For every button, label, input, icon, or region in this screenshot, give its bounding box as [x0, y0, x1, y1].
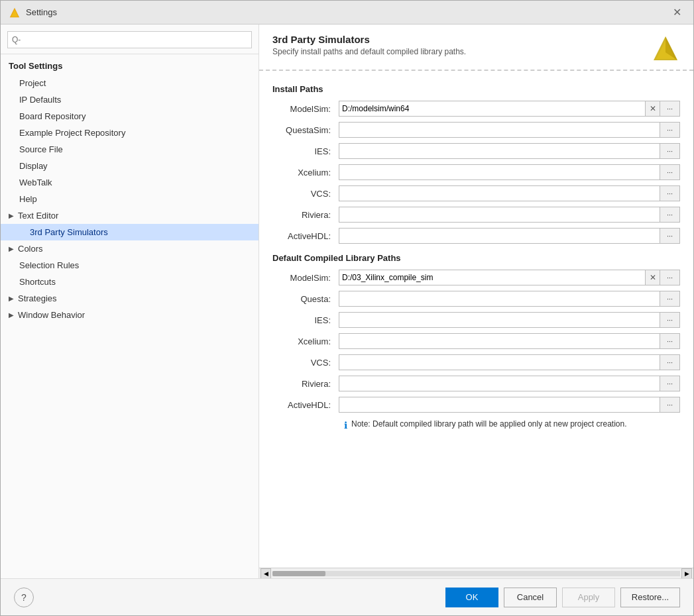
browse-install-xcelium-button[interactable]: ···	[660, 164, 680, 180]
browse-compiled-vcs-button[interactable]: ···	[660, 354, 680, 370]
sidebar-item-selection-rules[interactable]: Selection Rules	[1, 257, 259, 274]
field-row-install-activehdl: ActiveHDL: ···	[272, 228, 680, 244]
sidebar-item-shortcuts[interactable]: Shortcuts	[1, 274, 259, 290]
sidebar-item-label: IP Defaults	[19, 95, 61, 105]
field-label-install-questasim: QuestaSim:	[272, 125, 339, 135]
browse-install-riviera-button[interactable]: ···	[660, 207, 680, 223]
field-label-install-xcelium: Xcelium:	[272, 168, 339, 178]
horizontal-scrollbar[interactable]: ◀ ▶	[259, 568, 693, 578]
field-input-wrap-compiled-modelsim: ✕ ···	[339, 270, 680, 285]
vivado-logo	[651, 34, 680, 63]
app-icon	[9, 7, 21, 19]
field-row-install-modelsim: ModelSim: ✕ ···	[272, 101, 680, 117]
field-label-install-vcs: VCS:	[272, 189, 339, 199]
browse-install-questasim-button[interactable]: ···	[660, 122, 680, 138]
scroll-thumb[interactable]	[272, 571, 325, 576]
sidebar-item-label: Display	[19, 161, 48, 171]
scroll-right-button[interactable]: ▶	[681, 568, 692, 579]
scroll-track[interactable]	[272, 571, 680, 576]
field-row-install-xcelium: Xcelium: ···	[272, 164, 680, 180]
sidebar-item-help[interactable]: Help	[1, 191, 259, 207]
clear-install-modelsim-button[interactable]: ✕	[646, 101, 660, 117]
sidebar-item-label: Shortcuts	[19, 277, 56, 287]
input-compiled-activehdl[interactable]	[339, 397, 660, 413]
field-input-wrap-compiled-xcelium: ···	[339, 333, 680, 349]
note-text: Note: Default compiled library path will…	[351, 419, 627, 429]
panel-body: Install Paths ModelSim: ✕ ··· QuestaSim:	[259, 71, 693, 568]
chevron-right-icon: ▶	[9, 295, 14, 302]
input-compiled-modelsim[interactable]	[339, 270, 646, 285]
input-compiled-riviera[interactable]	[339, 376, 660, 391]
input-compiled-questa[interactable]	[339, 291, 660, 307]
input-compiled-xcelium[interactable]	[339, 333, 660, 349]
browse-compiled-riviera-button[interactable]: ···	[660, 376, 680, 391]
scroll-left-button[interactable]: ◀	[260, 568, 271, 579]
browse-install-vcs-button[interactable]: ···	[660, 185, 680, 201]
field-row-compiled-questa: Questa: ···	[272, 291, 680, 307]
compiled-paths-title: Default Compiled Library Paths	[272, 253, 680, 263]
input-install-xcelium[interactable]	[339, 164, 660, 180]
browse-compiled-xcelium-button[interactable]: ···	[660, 333, 680, 349]
sidebar-item-ip-defaults[interactable]: IP Defaults	[1, 91, 259, 108]
input-install-riviera[interactable]	[339, 207, 660, 223]
sidebar-item-project[interactable]: Project	[1, 75, 259, 91]
apply-button[interactable]: Apply	[562, 588, 615, 607]
sidebar-item-text-editor[interactable]: ▶ Text Editor	[1, 207, 259, 224]
field-input-wrap-compiled-riviera: ···	[339, 376, 680, 391]
field-label-compiled-activehdl: ActiveHDL:	[272, 400, 339, 410]
restore-button[interactable]: Restore...	[620, 588, 680, 607]
browse-compiled-activehdl-button[interactable]: ···	[660, 397, 680, 413]
field-label-compiled-ies: IES:	[272, 315, 339, 325]
sidebar-item-board-repository[interactable]: Board Repository	[1, 108, 259, 125]
chevron-right-icon: ▶	[9, 212, 14, 219]
input-install-questasim[interactable]	[339, 122, 660, 138]
search-box	[1, 25, 259, 54]
field-label-compiled-modelsim: ModelSim:	[272, 273, 339, 283]
field-label-install-activehdl: ActiveHDL:	[272, 231, 339, 241]
field-row-compiled-riviera: Riviera: ···	[272, 376, 680, 391]
browse-compiled-ies-button[interactable]: ···	[660, 312, 680, 328]
field-input-wrap-install-vcs: ···	[339, 185, 680, 201]
browse-install-modelsim-button[interactable]: ···	[660, 101, 680, 117]
sidebar-item-source-file[interactable]: Source File	[1, 141, 259, 158]
sidebar-item-label: Selection Rules	[19, 260, 79, 270]
sidebar-item-label: Help	[19, 194, 37, 204]
sidebar-item-strategies[interactable]: ▶ Strategies	[1, 290, 259, 307]
clear-compiled-modelsim-button[interactable]: ✕	[646, 270, 660, 285]
input-install-activehdl[interactable]	[339, 228, 660, 244]
sidebar-item-colors[interactable]: ▶ Colors	[1, 240, 259, 257]
browse-install-ies-button[interactable]: ···	[660, 143, 680, 159]
sidebar-item-3rd-party-simulators[interactable]: 3rd Party Simulators	[1, 224, 259, 240]
input-compiled-ies[interactable]	[339, 312, 660, 328]
field-input-wrap-install-xcelium: ···	[339, 164, 680, 180]
sidebar-item-webtalk[interactable]: WebTalk	[1, 174, 259, 191]
sidebar-item-label: Project	[19, 78, 46, 88]
cancel-button[interactable]: Cancel	[504, 588, 557, 607]
ok-button[interactable]: OK	[445, 588, 498, 607]
close-button[interactable]: ✕	[669, 5, 685, 20]
sidebar-item-example-project-repository[interactable]: Example Project Repository	[1, 125, 259, 141]
field-row-install-riviera: Riviera: ···	[272, 207, 680, 223]
field-row-install-vcs: VCS: ···	[272, 185, 680, 201]
help-button[interactable]: ?	[14, 588, 34, 607]
sidebar-item-window-behavior[interactable]: ▶ Window Behavior	[1, 307, 259, 323]
sidebar-item-label: Source File	[19, 144, 63, 154]
sidebar-item-display[interactable]: Display	[1, 158, 259, 174]
input-install-modelsim[interactable]	[339, 101, 646, 117]
search-input[interactable]	[7, 31, 252, 48]
field-label-install-modelsim: ModelSim:	[272, 104, 339, 114]
browse-install-activehdl-button[interactable]: ···	[660, 228, 680, 244]
window-title: Settings	[26, 7, 669, 17]
browse-compiled-questa-button[interactable]: ···	[660, 291, 680, 307]
field-row-compiled-modelsim: ModelSim: ✕ ···	[272, 270, 680, 285]
field-label-install-ies: IES:	[272, 146, 339, 156]
sidebar-item-label: Strategies	[18, 293, 57, 303]
input-compiled-vcs[interactable]	[339, 354, 660, 370]
browse-compiled-modelsim-button[interactable]: ···	[660, 270, 680, 285]
input-install-vcs[interactable]	[339, 185, 660, 201]
sidebar-item-label: Colors	[18, 244, 43, 254]
field-input-wrap-compiled-vcs: ···	[339, 354, 680, 370]
main-panel: 3rd Party Simulators Specify install pat…	[259, 25, 693, 578]
sidebar-tree: Tool Settings Project IP Defaults Board …	[1, 54, 259, 578]
input-install-ies[interactable]	[339, 143, 660, 159]
